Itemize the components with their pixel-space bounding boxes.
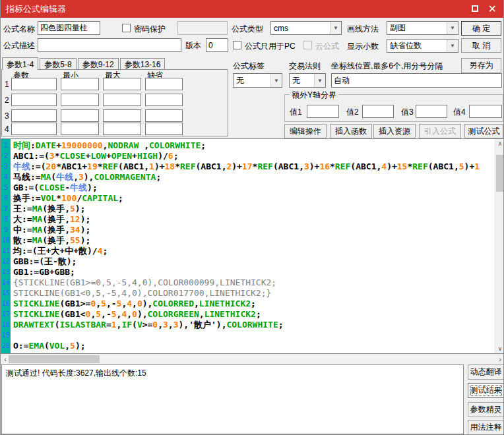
yaxis-value-label-4: 值4	[453, 107, 466, 117]
tab-参数13-16[interactable]: 参数13-16	[120, 58, 166, 69]
close-button[interactable]: ✕	[488, 4, 497, 14]
indicator-formula-editor-window: 指标公式编辑器 ✕ 公式名称 密码保护 公式类型 cms ▼ 画线方法 副图 ▼…	[0, 0, 504, 435]
code-line-5: GB:=(CLOSE-牛线);	[13, 183, 494, 193]
chevron-down-icon[interactable]: ▼	[447, 22, 458, 34]
line-number-19: 19	[1, 330, 11, 341]
draw-method-select[interactable]: 副图 ▼	[387, 21, 458, 35]
param-input-r1c2[interactable]	[61, 78, 99, 90]
formula-name-input[interactable]	[38, 21, 100, 35]
decimals-select[interactable]: 缺省位数 ▼	[387, 39, 458, 53]
param-input-r4c1[interactable]	[11, 123, 57, 135]
param-row-number: 2	[5, 96, 9, 105]
status-text: 测试通过! 代码长度:3627,输出线个数:15	[6, 368, 146, 378]
tab-参数1-4[interactable]: 参数1-4	[2, 57, 38, 70]
chevron-down-icon[interactable]: ▼	[314, 74, 325, 87]
line-number-3: 3	[1, 161, 11, 172]
draw-method-label: 画线方法	[347, 24, 379, 34]
action-button-编辑操作[interactable]: 编辑操作	[284, 124, 327, 138]
scroll-right-icon[interactable]: ›	[495, 355, 504, 364]
param-input-r2c3[interactable]	[103, 94, 141, 106]
line-number-11: 11	[1, 246, 11, 256]
param-input-r3c4[interactable]	[145, 109, 183, 122]
code-line-1: 时间:DATE+19000000,NODRAW ,COLORWHITE;	[13, 140, 494, 151]
chevron-down-icon[interactable]: ▼	[270, 74, 282, 87]
param-input-r1c1[interactable]	[11, 78, 57, 90]
yaxis-value-input-3[interactable]	[416, 105, 447, 118]
code-line-19	[13, 330, 494, 341]
yaxis-value-input-1[interactable]	[307, 105, 339, 118]
line-number-7: 7	[1, 204, 11, 214]
param-input-r3c3[interactable]	[103, 109, 141, 122]
password-checkbox[interactable]	[122, 24, 131, 32]
side-button-动态翻译[interactable]: 动态翻译	[468, 364, 504, 380]
password-input	[177, 21, 228, 35]
code-line-11: 均:=(王+大+中+散)/4;	[13, 246, 494, 256]
line-number-18: 18	[1, 320, 11, 330]
code-line-4: 马线:=MA(牛线,3),COLORMAGENTA;	[13, 172, 494, 183]
formula-type-select[interactable]: cms ▼	[270, 21, 342, 35]
tab-参数9-12[interactable]: 参数9-12	[78, 58, 119, 69]
code-editor[interactable]: 1234567891011121314151617181920 时间:DATE+…	[1, 138, 504, 354]
line-number-14: 14	[1, 277, 11, 288]
param-tabs: 参数1-4参数5-8参数9-12参数13-16	[2, 57, 166, 69]
horizontal-scroll-thumb[interactable]	[9, 355, 100, 363]
draw-method-value: 副图	[387, 22, 447, 34]
code-area[interactable]: 时间:DATE+19000000,NODRAW ,COLORWHITE;ABC1…	[11, 139, 494, 353]
vertical-scroll-thumb[interactable]	[496, 155, 504, 192]
status-box: 测试通过! 代码长度:3627,输出线个数:15	[1, 364, 464, 434]
scroll-down-icon[interactable]: ∨	[495, 344, 504, 353]
yaxis-legend: 额外Y轴分界	[290, 90, 338, 100]
formula-name-label: 公式名称	[3, 24, 35, 34]
line-number-16: 16	[1, 299, 11, 309]
param-input-r4c2[interactable]	[61, 123, 99, 135]
side-button-用法注释[interactable]: 用法注释	[468, 420, 504, 435]
param-input-r1c4[interactable]	[145, 78, 183, 90]
maximize-button[interactable]	[472, 4, 478, 14]
version-input[interactable]	[206, 38, 228, 52]
param-input-r2c4[interactable]	[145, 94, 183, 106]
formula-desc-input[interactable]	[38, 38, 181, 52]
code-line-9: 中:=MA(换手,34);	[13, 225, 494, 235]
horizontal-scrollbar[interactable]: ‹ ›	[1, 355, 504, 364]
vertical-scrollbar[interactable]: ∧ ∨	[495, 139, 504, 353]
chevron-down-icon[interactable]: ▼	[447, 40, 458, 52]
trade-rule-value: 无	[290, 74, 314, 87]
save-as-button[interactable]: 另存为	[461, 58, 501, 73]
action-button-插入资源[interactable]: 插入资源	[373, 124, 416, 138]
line-number-13: 13	[1, 267, 11, 277]
param-input-r2c1[interactable]	[11, 94, 57, 106]
pc-only-checkbox[interactable]	[233, 41, 241, 49]
yaxis-value-label-1: 值1	[290, 107, 302, 117]
code-line-18: DRAWTEXT(ISLASTBAR=1,IF(V>=0,3,3),'散户'),…	[13, 320, 494, 330]
scroll-up-icon[interactable]: ∧	[495, 139, 504, 148]
param-input-r3c1[interactable]	[11, 109, 57, 122]
action-button-测试公式[interactable]: 测试公式	[464, 124, 503, 138]
param-input-r2c2[interactable]	[61, 94, 99, 106]
action-button-插入函数[interactable]: 插入函数	[330, 124, 372, 138]
trade-rule-select[interactable]: 无 ▼	[289, 73, 326, 88]
line-number-15: 15	[1, 288, 11, 299]
side-button-测试结果[interactable]: 测试结果	[468, 383, 504, 398]
code-line-6: 换手:=VOL*100/CAPITAL;	[13, 193, 494, 204]
line-number-5: 5	[1, 183, 11, 193]
param-input-r3c2[interactable]	[61, 109, 99, 122]
param-input-r4c4[interactable]	[145, 123, 183, 135]
decimals-value: 缺省位数	[387, 40, 447, 52]
coordinate-input[interactable]	[331, 73, 502, 88]
line-number-12: 12	[1, 256, 11, 267]
yaxis-value-input-2[interactable]	[362, 105, 394, 118]
formula-tag-select[interactable]: 无 ▼	[233, 73, 282, 88]
cloud-formula-label: 云公式	[315, 42, 339, 51]
cancel-button[interactable]: 取 消	[461, 38, 501, 53]
param-input-r1c3[interactable]	[103, 78, 141, 90]
code-line-3: 牛线:=(20*ABC1+19*REF(ABC1,1)+18*REF(ABC1,…	[13, 161, 494, 172]
window-title: 指标公式编辑器	[6, 3, 66, 15]
ok-button[interactable]: 确 定	[461, 21, 501, 36]
line-number-4: 4	[1, 172, 11, 183]
yaxis-value-input-4[interactable]	[469, 105, 502, 118]
chevron-down-icon[interactable]: ▼	[330, 22, 341, 34]
tab-参数5-8[interactable]: 参数5-8	[40, 58, 76, 69]
side-button-参数精灵[interactable]: 参数精灵	[468, 402, 504, 417]
param-input-r4c3[interactable]	[103, 123, 141, 135]
decimals-label: 显示小数	[347, 42, 379, 51]
